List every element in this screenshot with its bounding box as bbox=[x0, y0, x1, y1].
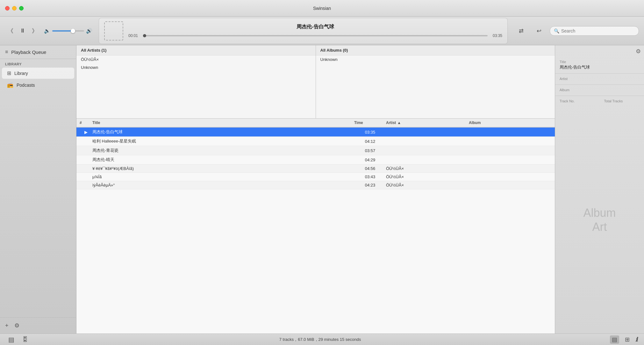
info-divider-1 bbox=[555, 73, 644, 74]
close-button[interactable] bbox=[5, 6, 10, 11]
grid-view-button[interactable]: ⊞ bbox=[623, 335, 632, 344]
volume-thumb bbox=[71, 29, 75, 33]
repeat-button[interactable]: ↩ bbox=[532, 24, 546, 38]
track-artist: ÖÜ½ÜÂ× bbox=[386, 183, 469, 187]
minimize-button[interactable] bbox=[12, 6, 17, 11]
track-time: 03:35 bbox=[354, 130, 386, 135]
track-list-header: # Title Time Artist ▲ Album bbox=[76, 119, 555, 128]
col-header-num: # bbox=[80, 121, 92, 125]
time-current: 00:01 bbox=[128, 33, 140, 38]
artist-item-1[interactable]: Unknown bbox=[76, 63, 316, 71]
artists-pane: All Artists (1) ÖÜ½ÜÂ× Unknown bbox=[76, 45, 316, 118]
sidebar: ≡ Playback Queue LIBRARY ⊞ Library 📻 Pod… bbox=[0, 45, 76, 334]
volume-section: 🔈 🔊 bbox=[44, 28, 92, 34]
sidebar-item-library[interactable]: ⊞ Library bbox=[2, 68, 74, 79]
artists-header: All Artists (1) bbox=[76, 45, 316, 55]
info-panel-settings-button[interactable]: ⚙ bbox=[636, 48, 641, 55]
add-playlist-button[interactable]: + bbox=[4, 321, 10, 330]
now-playing-title: 周杰伦-告白气球 bbox=[128, 24, 502, 30]
content-area: All Artists (1) ÖÜ½ÜÂ× Unknown All Album… bbox=[76, 45, 555, 334]
sidebar-playback-queue[interactable]: ≡ Playback Queue bbox=[0, 45, 76, 59]
info-divider-2 bbox=[555, 84, 644, 85]
col-header-title: Title bbox=[92, 121, 354, 125]
track-artist: ÖÜ½ÜÂ× bbox=[386, 174, 469, 179]
album-art-large: AlbumArt bbox=[583, 206, 616, 233]
repeat-icon: ↩ bbox=[537, 27, 541, 34]
status-bar-left: ▤ 🎛 bbox=[6, 335, 30, 344]
info-track-row: Track No. Total Tracks bbox=[555, 97, 644, 106]
transport-controls: 《 ⏸ 》 bbox=[5, 25, 40, 37]
track-title: ¥·¥ë¥¯¥ã¥¹¥ó(ÆBÀïã) bbox=[92, 166, 354, 171]
podcasts-icon: 📻 bbox=[7, 82, 13, 88]
sidebar-settings-button[interactable]: ⚙ bbox=[13, 321, 21, 330]
sidebar-item-podcasts[interactable]: 📻 Podcasts bbox=[2, 79, 74, 91]
view-eq-button[interactable]: 🎛 bbox=[20, 335, 30, 344]
toolbar: 《 ⏸ 》 🔈 🔊 周杰伦-告白气球 00:01 03:35 bbox=[0, 17, 644, 45]
progress-section: 00:01 03:35 bbox=[128, 33, 502, 38]
info-title-label: Title bbox=[560, 60, 640, 64]
artist-item-0[interactable]: ÖÜ½ÜÂ× bbox=[76, 55, 316, 63]
info-button[interactable]: ℹ bbox=[635, 336, 638, 343]
info-panel-header: ⚙ bbox=[555, 45, 644, 57]
track-title: µ¾Íã bbox=[92, 174, 354, 179]
now-playing-album-art bbox=[104, 21, 123, 40]
time-total: 03:35 bbox=[491, 33, 502, 38]
track-list-container: # Title Time Artist ▲ Album ▶ 周杰伦-告白气球 0… bbox=[76, 119, 555, 334]
list-view-button[interactable]: ▤ bbox=[610, 335, 619, 344]
titlebar: Swinsian bbox=[0, 0, 644, 17]
info-total-tracks-label: Total Tracks bbox=[604, 99, 640, 103]
search-box[interactable]: 🔍 bbox=[550, 26, 639, 36]
track-time: 04:56 bbox=[354, 166, 386, 171]
track-title: 哈利 Halleeee-星星失眠 bbox=[92, 138, 354, 144]
albums-header: All Albums (0) bbox=[316, 45, 555, 55]
artist-sort-icon: ▲ bbox=[397, 121, 401, 125]
prev-icon: 《 bbox=[8, 27, 13, 35]
status-bar: ▤ 🎛 7 tracks，67.0 MiB，29 minutes 15 seco… bbox=[0, 334, 644, 345]
albums-pane: All Albums (0) Unknown bbox=[316, 45, 555, 118]
track-time: 03:57 bbox=[354, 148, 386, 153]
prev-button[interactable]: 《 bbox=[5, 25, 16, 37]
info-track-no-label: Track No. bbox=[560, 99, 595, 103]
next-icon: 》 bbox=[32, 27, 38, 35]
album-art-section: AlbumArt bbox=[555, 106, 644, 334]
maximize-button[interactable] bbox=[19, 6, 24, 11]
track-row[interactable]: 哈利 Halleeee-星星失眠 04:12 bbox=[76, 137, 555, 146]
track-row[interactable]: ▶ 周杰伦-告白气球 03:35 bbox=[76, 128, 555, 137]
traffic-lights bbox=[5, 6, 24, 11]
track-row[interactable]: ¥·¥ë¥¯¥ã¥¹¥ó(ÆBÀïã) 04:56 ÖÜ½ÜÂ× bbox=[76, 165, 555, 173]
search-icon: 🔍 bbox=[554, 28, 559, 33]
next-button[interactable]: 》 bbox=[29, 25, 40, 37]
info-album-label: Album bbox=[560, 88, 640, 92]
track-row[interactable]: ìýÂèÂèµÄ»° 04:23 ÖÜ½ÜÂ× bbox=[76, 181, 555, 189]
track-row[interactable]: 周杰伦-青花瓷 03:57 bbox=[76, 146, 555, 155]
col-header-time: Time bbox=[354, 121, 386, 125]
track-row[interactable]: µ¾Íã 03:43 ÖÜ½ÜÂ× bbox=[76, 173, 555, 181]
track-artist: ÖÜ½ÜÂ× bbox=[386, 166, 469, 171]
volume-low-icon: 🔈 bbox=[44, 28, 50, 34]
info-total-tracks-item: Total Tracks bbox=[600, 98, 644, 105]
pause-icon: ⏸ bbox=[20, 27, 25, 34]
progress-bar[interactable] bbox=[143, 35, 488, 36]
sidebar-bottom: + ⚙ bbox=[0, 317, 76, 334]
list-view-icon: ▤ bbox=[612, 336, 617, 343]
track-time: 04:29 bbox=[354, 158, 386, 162]
album-item-0[interactable]: Unknown bbox=[316, 55, 555, 63]
status-bar-info: 7 tracks，67.0 MiB，29 minutes 15 seconds bbox=[279, 337, 361, 342]
col-header-album: Album bbox=[469, 121, 552, 125]
search-input[interactable] bbox=[561, 28, 635, 33]
browser-icon: ▤ bbox=[8, 336, 14, 343]
library-icon: ⊞ bbox=[7, 70, 11, 76]
volume-slider[interactable] bbox=[52, 30, 84, 32]
progress-thumb bbox=[143, 34, 146, 37]
pause-button[interactable]: ⏸ bbox=[17, 25, 28, 37]
track-title: ìýÂèÂèµÄ»° bbox=[92, 183, 354, 187]
info-track-no-item: Track No. bbox=[555, 98, 600, 105]
shuffle-button[interactable]: ⇄ bbox=[514, 24, 528, 38]
track-title: 周杰伦-晴天 bbox=[92, 157, 354, 163]
info-album-field: Album bbox=[555, 85, 644, 95]
playback-queue-label: Playback Queue bbox=[11, 49, 46, 55]
main-content: ≡ Playback Queue LIBRARY ⊞ Library 📻 Pod… bbox=[0, 45, 644, 334]
view-browser-button[interactable]: ▤ bbox=[6, 335, 16, 344]
track-row[interactable]: 周杰伦-晴天 04:29 bbox=[76, 155, 555, 165]
info-title-field: Title 周杰伦-告白气球 bbox=[555, 57, 644, 73]
